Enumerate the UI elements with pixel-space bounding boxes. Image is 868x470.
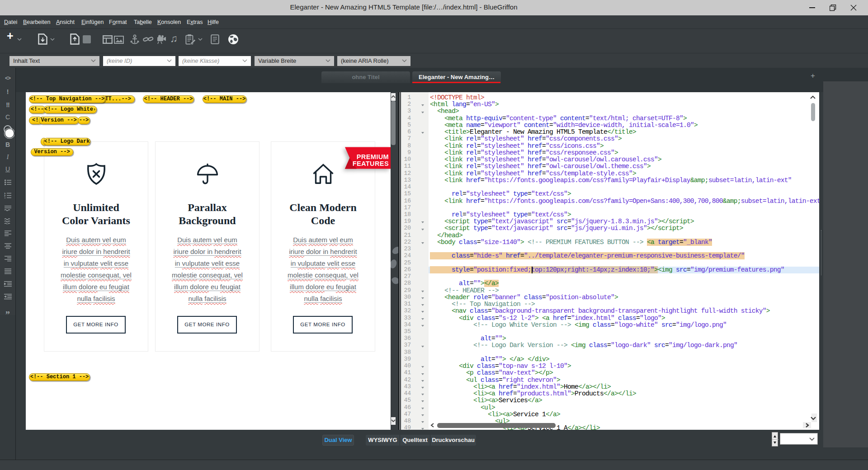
svg-text:PREMIUM: PREMIUM xyxy=(357,153,389,160)
svg-text:FEATURES: FEATURES xyxy=(353,160,389,167)
svg-text:2: 2 xyxy=(4,194,5,197)
